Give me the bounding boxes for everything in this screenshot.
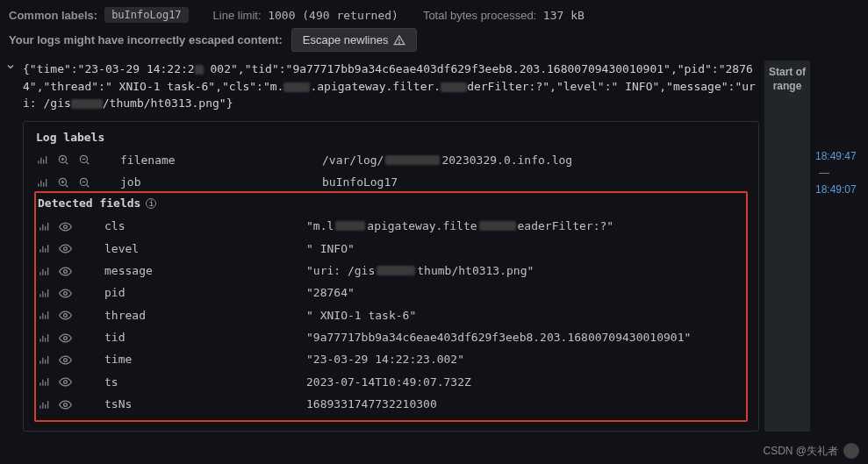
detected-field-value: 1689331747732210300 — [306, 393, 744, 415]
detected-fields-highlight: Detected fields i cls"m.l apigateway.fil… — [34, 191, 748, 422]
eye-icon[interactable] — [59, 242, 71, 254]
detected-field-row: pid"28764" — [38, 282, 744, 303]
detected-field-value: "uri: /gisthumb/ht0313.png" — [306, 260, 744, 282]
time-start: 18:49:47 — [815, 148, 863, 165]
detected-field-value: " XNIO-1 task-6" — [306, 304, 744, 326]
detected-field-key: pid — [104, 282, 306, 303]
detected-field-key: level — [104, 238, 306, 260]
zoom-out-icon[interactable] — [78, 176, 90, 189]
detected-fields-title: Detected fields i — [38, 196, 744, 210]
stats-icon[interactable] — [38, 309, 50, 321]
detected-field-row: time"23-03-29 14:22:23.002" — [38, 348, 744, 370]
detected-field-value: "m.l apigateway.filteeaderFilter:?" — [306, 215, 744, 237]
svg-line-11 — [86, 162, 89, 165]
detected-field-row: tsNs1689331747732210300 — [38, 393, 744, 415]
stats-icon[interactable] — [38, 398, 50, 410]
svg-point-63 — [64, 381, 68, 384]
stats-icon[interactable] — [38, 287, 50, 299]
stats-icon[interactable] — [38, 220, 50, 232]
detected-field-row: thread" XNIO-1 task-6" — [38, 304, 744, 326]
line-limit: Line limit: 1000 (490 returned) — [213, 9, 398, 22]
start-of-range-badge[interactable]: Start of range — [764, 61, 810, 432]
eye-icon[interactable] — [59, 398, 71, 410]
detected-field-key: time — [104, 348, 306, 370]
detected-field-key: tid — [104, 326, 306, 348]
log-detail-panel: Log labels filename/var/log/ 20230329.0.… — [23, 121, 759, 432]
svg-point-68 — [64, 403, 68, 406]
chevron-down-icon[interactable] — [5, 61, 18, 112]
detected-field-value: "9a77717bb9a34c6eae403df629f3eeb8.203.16… — [306, 326, 744, 348]
eye-icon[interactable] — [59, 375, 71, 388]
escape-newlines-button[interactable]: Escape newlines — [291, 28, 418, 52]
common-labels-label: Common labels: — [9, 9, 97, 22]
warning-icon — [393, 34, 405, 46]
detected-field-row: message"uri: /gisthumb/ht0313.png" — [38, 260, 744, 282]
stats-icon[interactable] — [38, 242, 50, 254]
detected-field-row: tid"9a77717bb9a34c6eae403df629f3eeb8.203… — [38, 326, 744, 348]
stats-header: Common labels: buInfoLog17 Line limit: 1… — [0, 0, 868, 26]
label-key: filename — [120, 149, 322, 171]
svg-point-33 — [64, 247, 68, 251]
watermark: CSDN @失礼者 — [763, 443, 859, 459]
stats-icon[interactable] — [36, 153, 48, 166]
zoom-in-icon[interactable] — [57, 176, 69, 189]
eye-icon[interactable] — [59, 309, 71, 321]
eye-icon[interactable] — [59, 265, 71, 277]
log-json: {"time":"23-03-29 14:22:2 002","tid":"9a… — [23, 61, 759, 112]
detected-field-key: tsNs — [104, 393, 306, 415]
info-icon[interactable]: i — [146, 198, 156, 209]
zoom-in-icon[interactable] — [57, 153, 69, 166]
detected-field-value: 2023-07-14T10:49:07.732Z — [306, 371, 744, 393]
svg-line-7 — [65, 162, 68, 165]
log-labels-title: Log labels — [36, 131, 746, 144]
eye-icon[interactable] — [59, 220, 71, 232]
stats-icon[interactable] — [38, 265, 50, 277]
escape-hint: Your logs might have incorrectly escaped… — [9, 33, 283, 46]
common-labels-chip[interactable]: buInfoLog17 — [104, 7, 188, 23]
label-row: filename/var/log/ 20230329.0.info.log — [36, 149, 746, 171]
stats-icon[interactable] — [38, 332, 50, 344]
label-value: buInfoLog17 — [322, 171, 746, 193]
stats-icon[interactable] — [38, 353, 50, 366]
stats-icon[interactable] — [36, 176, 48, 189]
svg-point-58 — [64, 359, 68, 362]
label-key: job — [120, 171, 322, 193]
bytes-processed: Total bytes processed: 137 kB — [423, 9, 585, 22]
detected-field-row: ts2023-07-14T10:49:07.732Z — [38, 371, 744, 393]
detected-field-value: "28764" — [306, 282, 744, 303]
detected-field-key: ts — [104, 371, 306, 393]
escape-row: Your logs might have incorrectly escaped… — [0, 26, 868, 61]
detected-field-value: "23-03-29 14:22:23.002" — [306, 348, 744, 370]
svg-point-43 — [64, 292, 68, 296]
stats-icon[interactable] — [38, 375, 50, 388]
time-end: 18:49:07 — [815, 182, 863, 198]
svg-point-38 — [64, 269, 68, 273]
zoom-out-icon[interactable] — [78, 153, 90, 166]
eye-icon[interactable] — [59, 332, 71, 344]
eye-icon[interactable] — [59, 353, 71, 366]
detected-field-value: " INFO" — [306, 238, 744, 260]
svg-point-1 — [399, 42, 400, 43]
log-entry[interactable]: {"time":"23-03-29 14:22:2 002","tid":"9a… — [5, 61, 759, 112]
svg-line-18 — [65, 184, 68, 187]
svg-point-28 — [64, 225, 68, 228]
detected-field-key: cls — [104, 215, 306, 237]
svg-point-53 — [64, 336, 68, 339]
time-range: 18:49:47 — 18:49:07 — [815, 148, 863, 432]
detected-field-key: message — [104, 260, 306, 282]
label-value: /var/log/ 20230329.0.info.log — [322, 149, 746, 171]
eye-icon[interactable] — [59, 287, 71, 299]
detected-field-row: cls"m.l apigateway.filteeaderFilter:?" — [38, 215, 744, 237]
label-row: jobbuInfoLog17 — [36, 171, 746, 193]
svg-point-48 — [64, 314, 68, 318]
detected-field-key: thread — [104, 304, 306, 326]
svg-line-22 — [86, 184, 89, 187]
avatar — [843, 443, 859, 459]
detected-field-row: level" INFO" — [38, 238, 744, 260]
